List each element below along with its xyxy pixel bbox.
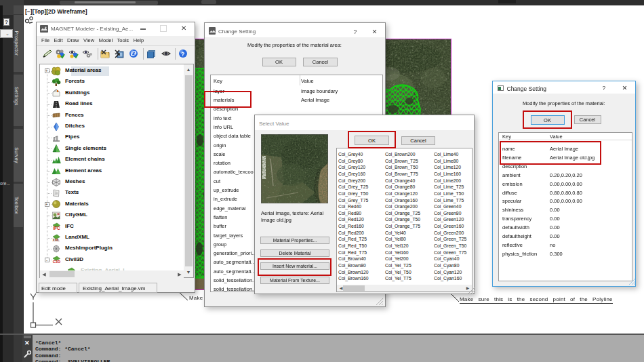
svg-text:IFC: IFC <box>53 226 60 230</box>
svg-text:C3D: C3D <box>53 260 60 264</box>
svg-text:?: ? <box>181 51 185 58</box>
svg-text:XML: XML <box>53 238 60 242</box>
